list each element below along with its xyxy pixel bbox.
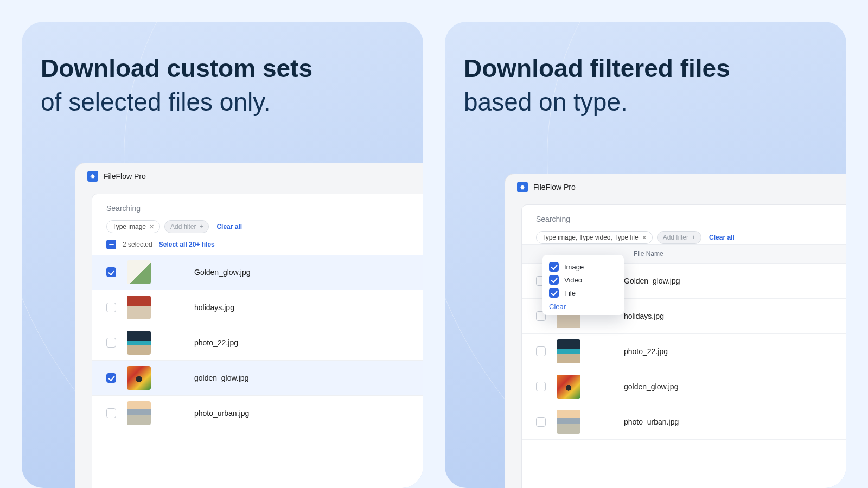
- file-thumbnail[interactable]: [127, 260, 151, 284]
- add-filter-button[interactable]: Add filter +: [164, 220, 209, 233]
- add-filter-label: Add filter: [663, 234, 688, 241]
- file-name: photo_22.jpg: [624, 347, 668, 356]
- filter-chip-row: Type image, Type video, Type file ✕ Add …: [536, 231, 834, 244]
- row-checkbox[interactable]: [106, 408, 116, 418]
- add-filter-label: Add filter: [170, 223, 196, 230]
- headline-rest: of selected files only.: [41, 88, 271, 116]
- selection-bar: 2 selected Select all 20+ files: [92, 233, 423, 255]
- select-all-link[interactable]: Select all 20+ files: [159, 241, 215, 248]
- promo-card-selected: Download custom sets of selected files o…: [22, 22, 423, 488]
- file-row[interactable]: golden_glow.jpg: [522, 369, 846, 404]
- filter-chip-text: Type image, Type video, Type file: [542, 234, 639, 241]
- filter-option-video[interactable]: Video: [549, 273, 617, 286]
- file-row[interactable]: holidays.jpg: [92, 290, 423, 325]
- filter-chip-text: Type image: [112, 223, 146, 230]
- column-header-filename: File Name: [634, 250, 663, 258]
- file-name: photo_urban.jpg: [194, 409, 249, 418]
- plus-icon: +: [692, 234, 695, 241]
- file-row[interactable]: photo_urban.jpg: [92, 396, 423, 431]
- file-name: Golden_glow.jpg: [624, 277, 680, 285]
- file-thumbnail[interactable]: [557, 339, 580, 363]
- brand-bar: FileFlow Pro: [505, 174, 846, 200]
- row-checkbox[interactable]: [106, 373, 116, 383]
- clear-all-link[interactable]: Clear all: [216, 223, 242, 230]
- clear-all-link[interactable]: Clear all: [709, 234, 735, 241]
- brand-bar: FileFlow Pro: [75, 163, 423, 189]
- app-name: FileFlow Pro: [104, 172, 146, 181]
- file-row[interactable]: photo_22.jpg: [522, 334, 846, 369]
- file-thumbnail[interactable]: [557, 410, 580, 434]
- file-name: photo_urban.jpg: [624, 418, 679, 426]
- file-name: holidays.jpg: [194, 303, 234, 312]
- file-row[interactable]: golden_glow.jpg: [92, 361, 423, 396]
- row-checkbox[interactable]: [106, 338, 116, 348]
- file-panel: Searching Type image ✕ Add filter + Clea…: [92, 194, 423, 488]
- app-name: FileFlow Pro: [533, 183, 576, 191]
- plus-icon: +: [199, 223, 203, 230]
- remove-filter-icon[interactable]: ✕: [642, 234, 647, 241]
- row-checkbox[interactable]: [536, 382, 546, 391]
- filter-chip-row: Type image ✕ Add filter + Clear all: [106, 220, 411, 233]
- dropdown-clear-link[interactable]: Clear: [549, 299, 617, 311]
- file-name: golden_glow.jpg: [624, 382, 678, 391]
- checkbox-icon[interactable]: [549, 288, 559, 298]
- filter-chip-type[interactable]: Type image, Type video, Type file ✕: [536, 231, 653, 244]
- app-window: FileFlow Pro Searching Type image ✕ Add …: [75, 163, 423, 488]
- file-row[interactable]: photo_22.jpg: [92, 325, 423, 361]
- option-label: Image: [564, 263, 584, 271]
- file-thumbnail[interactable]: [557, 375, 580, 399]
- remove-filter-icon[interactable]: ✕: [149, 223, 154, 230]
- filter-option-image[interactable]: Image: [549, 260, 617, 273]
- checkbox-icon[interactable]: [549, 275, 559, 285]
- row-checkbox[interactable]: [106, 267, 116, 277]
- file-name: photo_22.jpg: [194, 338, 238, 347]
- headline-rest: based on type.: [464, 88, 628, 116]
- promo-card-filtered: Download filtered files based on type. F…: [445, 22, 846, 488]
- file-thumbnail[interactable]: [127, 296, 151, 319]
- row-checkbox[interactable]: [536, 417, 546, 427]
- headline: Download custom sets of selected files o…: [41, 52, 423, 119]
- file-panel: Searching Type image, Type video, Type f…: [521, 204, 846, 488]
- file-thumbnail[interactable]: [127, 366, 151, 390]
- file-name: holidays.jpg: [624, 312, 664, 320]
- selected-count: 2 selected: [123, 241, 152, 248]
- file-row[interactable]: Golden_glow.jpg: [92, 255, 423, 290]
- row-checkbox[interactable]: [106, 303, 116, 312]
- searching-label: Searching: [536, 215, 834, 223]
- checkbox-icon[interactable]: [549, 262, 559, 272]
- file-thumbnail[interactable]: [127, 331, 151, 355]
- file-thumbnail[interactable]: [127, 401, 151, 425]
- file-name: Golden_glow.jpg: [194, 268, 251, 277]
- headline-bold: Download custom sets: [41, 54, 312, 82]
- add-filter-button[interactable]: Add filter +: [657, 231, 701, 244]
- app-logo-icon: [517, 182, 528, 192]
- headline: Download filtered files based on type.: [464, 52, 846, 119]
- type-filter-dropdown: Image Video File Clear: [542, 255, 624, 315]
- bulk-checkbox-indeterminate[interactable]: [106, 240, 116, 249]
- file-name: golden_glow.jpg: [194, 374, 248, 382]
- headline-bold: Download filtered files: [464, 54, 730, 82]
- searching-label: Searching: [106, 204, 411, 213]
- option-label: File: [564, 289, 576, 297]
- filter-option-file[interactable]: File: [549, 286, 617, 299]
- option-label: Video: [564, 276, 582, 284]
- app-logo-icon: [87, 171, 98, 182]
- filter-chip-type[interactable]: Type image ✕: [106, 220, 160, 233]
- row-checkbox[interactable]: [536, 346, 546, 356]
- app-window: FileFlow Pro Searching Type image, Type …: [505, 174, 846, 488]
- file-row[interactable]: photo_urban.jpg: [522, 404, 846, 440]
